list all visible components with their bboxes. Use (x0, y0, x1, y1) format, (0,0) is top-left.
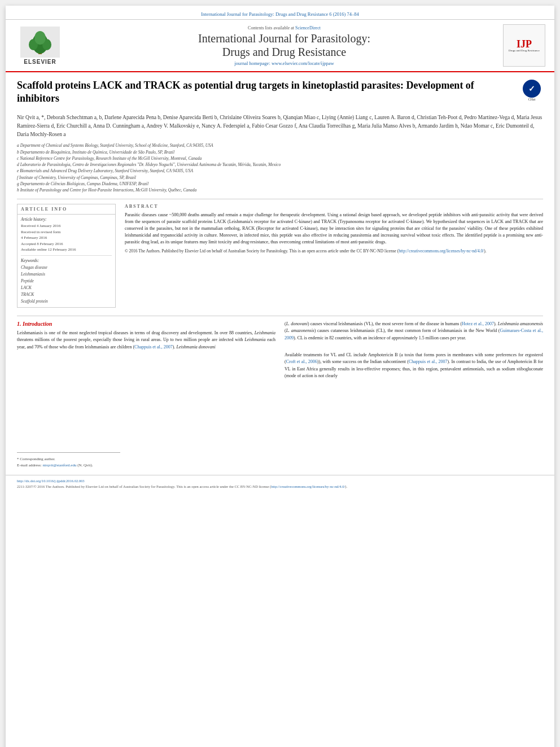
keyword-5: TRACK (21, 291, 112, 298)
affiliation-g: g Departamento de Ciências Biológicas, C… (17, 181, 543, 187)
journal-citation-link[interactable]: International Journal for Parasitology: … (201, 11, 359, 17)
copyright-text: © 2016 The Authors. Published by Elsevie… (125, 248, 399, 254)
ijp-journal-logo: IJP Drugs and Drug Resistance (503, 24, 545, 67)
affiliation-b: b Departamento de Bioquímica, Instituto … (17, 149, 543, 155)
article-info-column: ARTICLE INFO Article history: Received 4… (17, 204, 116, 308)
keyword-4: LACK (21, 285, 112, 291)
journal-title-line1: International Journal for Parasitology: (71, 32, 497, 45)
sciencedirect-link[interactable]: ScienceDirect (295, 25, 321, 30)
received-revised-date: Received in revised form4 February 2016 (21, 229, 112, 241)
article-info-content: Article history: Received 4 January 2016… (18, 215, 115, 307)
email-name: (N. Qvit). (77, 463, 93, 468)
homepage-label: journal homepage: (234, 60, 270, 66)
intro-body-text: Leishmaniasis is one of the most neglect… (17, 330, 275, 350)
elsevier-tree-image (20, 27, 60, 58)
keywords-title: Keywords: (21, 258, 112, 263)
email-label: E-mail address: (17, 463, 42, 468)
keyword-3: Peptide (21, 278, 112, 285)
hotez-ref[interactable]: Hotez et al., 2007 (462, 321, 494, 326)
article-info-box: ARTICLE INFO Article history: Received 4… (17, 204, 116, 308)
corresponding-author-label: * Corresponding author. (17, 456, 275, 462)
article-content: Scaffold proteins LACK and TRACK as pote… (6, 72, 554, 475)
email-link[interactable]: nirqvit@stanford.edu (43, 463, 77, 468)
affiliation-h: h Institute of Parasitology and Centre f… (17, 187, 543, 193)
main-right-column: (L. donovani) causes visceral leishmania… (285, 321, 543, 468)
doi-link[interactable]: http://dx.doi.org/10.1016/j.ijpddr.2016.… (17, 479, 85, 483)
crossmark-badge[interactable]: ✓ CHat (520, 79, 543, 102)
footnote-block: * Corresponding author. E-mail address: … (17, 456, 275, 468)
journal-title-line2: Drugs and Drug Resistance (71, 45, 497, 59)
abstract-header: ABSTRACT (125, 204, 543, 209)
homepage-info: journal homepage: www.elsevier.com/locat… (71, 60, 497, 66)
keywords-list: Chagas disease Leishmaniasis Peptide LAC… (21, 264, 112, 305)
journal-header: ELSEVIER Contents lists available at Sci… (6, 20, 554, 72)
contents-label: Contents lists available at (248, 25, 294, 30)
crossmark-label: CHat (528, 98, 536, 101)
keyword-6: Scaffold protein (21, 298, 112, 305)
bottom-bar: http://dx.doi.org/10.1016/j.ijpddr.2016.… (6, 475, 554, 492)
available-online-date: Available online 12 February 2016 (21, 247, 112, 253)
abstract-column: ABSTRACT Parasitic diseases cause ~500,0… (125, 204, 543, 308)
article-title-section: Scaffold proteins LACK and TRACK as pote… (17, 79, 543, 109)
email-line: E-mail address: nirqvit@stanford.edu (N.… (17, 462, 275, 469)
keyword-1: Chagas disease (21, 264, 112, 271)
section1-left-text: Leishmaniasis is one of the most neglect… (17, 330, 275, 351)
chappuis-ref[interactable]: Chappuis et al., 2007 (134, 344, 173, 350)
right-para1: (L. donovani) causes visceral leishmania… (285, 321, 543, 340)
guimaraes-ref[interactable]: Guimaraes-Costa et al., 2009 (285, 328, 543, 340)
contents-line: Contents lists available at ScienceDirec… (71, 25, 497, 30)
footnote-divider (17, 452, 120, 453)
copyright-close: ). (484, 248, 486, 254)
bottom-copyright-text: 2211-3207/© 2016 The Authors. Published … (17, 484, 271, 488)
info-abstract-columns: ARTICLE INFO Article history: Received 4… (17, 204, 543, 308)
article-info-header: ARTICLE INFO (18, 204, 115, 215)
crossmark-circle: ✓ (523, 80, 541, 98)
affiliation-e: e Biomaterials and Advanced Drug Deliver… (17, 168, 543, 174)
ijp-letters: IJP (517, 39, 532, 49)
section-divider-2 (17, 316, 543, 316)
section1-right-text2: Available treatments for VL and CL inclu… (285, 352, 543, 380)
svg-point-4 (34, 31, 46, 45)
abstract-text: Parasitic diseases cause ~500,000 deaths… (125, 212, 543, 246)
chappuis-ref2[interactable]: Chappuis et al., 2007 (409, 359, 448, 364)
article-page: International Journal for Parasitology: … (6, 6, 554, 747)
main-left-column: 1. Introduction Leishmaniasis is one of … (17, 321, 275, 468)
affiliation-a: a Department of Chemical and Systems Bio… (17, 142, 543, 148)
article-title: Scaffold proteins LACK and TRACK as pote… (17, 79, 515, 106)
footnote-spacer: * Corresponding author. E-mail address: … (17, 452, 275, 468)
section-divider-1 (17, 199, 543, 199)
elsevier-brand-text: ELSEVIER (24, 59, 56, 65)
cc-license-link[interactable]: http://creativecommons.org/licenses/by-n… (399, 248, 484, 254)
info-divider (21, 255, 112, 256)
affiliation-d: d Laboratorio de Parasitologia, Centro d… (17, 161, 543, 168)
croft-ref[interactable]: Croft et al., 2006 (286, 359, 317, 364)
doi-line: http://dx.doi.org/10.1016/j.ijpddr.2016.… (17, 478, 543, 484)
abstract-copyright: © 2016 The Authors. Published by Elsevie… (125, 248, 543, 255)
journal-info-center: Contents lists available at ScienceDirec… (71, 25, 497, 66)
section1-right-text1: (L. donovani) causes visceral leishmania… (285, 321, 543, 342)
authors-line: Nir Qvit a, *, Deborah Schechtman a, b, … (17, 113, 543, 139)
history-title: Article history: (21, 217, 112, 222)
affiliations-block: a Department of Chemical and Systems Bio… (17, 142, 543, 193)
received-date: Received 4 January 2016 (21, 223, 112, 229)
main-body-columns: 1. Introduction Leishmaniasis is one of … (17, 321, 543, 468)
right-para2: Available treatments for VL and CL inclu… (285, 352, 543, 378)
affiliation-f: f Institute of Chemistry, University of … (17, 174, 543, 181)
affiliation-c: c National Reference Centre for Parasito… (17, 155, 543, 161)
accepted-date: Accepted 8 February 2016 (21, 241, 112, 247)
keyword-2: Leishmaniasis (21, 271, 112, 278)
bottom-copyright: 2211-3207/© 2016 The Authors. Published … (17, 484, 543, 490)
authors-text: Nir Qvit a, *, Deborah Schechtman a, b, … (17, 115, 542, 137)
article-title-container: Scaffold proteins LACK and TRACK as pote… (17, 79, 515, 106)
ijp-subtitle: Drugs and Drug Resistance (509, 49, 540, 52)
section1-title: 1. Introduction (17, 321, 275, 327)
elsevier-logo: ELSEVIER (15, 27, 65, 65)
crossmark-icon: ✓ (528, 84, 535, 94)
homepage-url[interactable]: www.elsevier.com/locate/ijppaw (272, 60, 334, 66)
bottom-cc-suffix: ). (345, 484, 347, 488)
journal-top-bar: International Journal for Parasitology: … (6, 6, 554, 20)
bottom-cc-link[interactable]: http://creativecommons.org/licenses/by-n… (271, 484, 345, 488)
